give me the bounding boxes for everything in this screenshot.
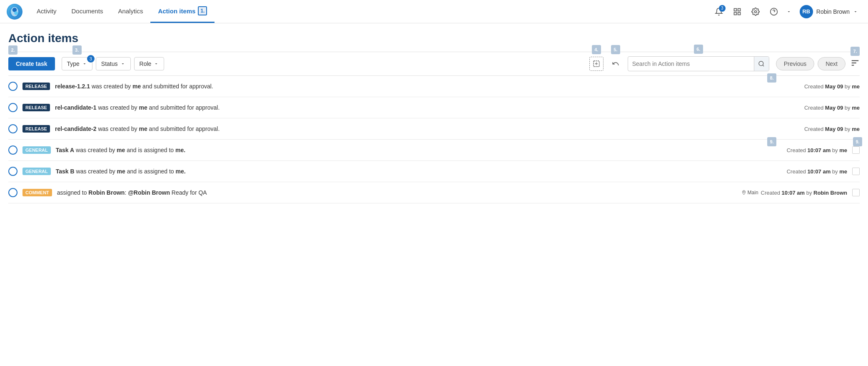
item-text: Task B was created by me and is assigned… <box>56 168 782 175</box>
svg-rect-5 <box>738 8 741 11</box>
annotation-9: 9. <box>767 137 776 146</box>
item-circle[interactable] <box>8 82 17 91</box>
item-circle[interactable] <box>8 103 17 112</box>
table-row: RELEASErel-candidate-2 was created by me… <box>8 118 860 140</box>
annotation-7: 7. <box>851 47 860 56</box>
meta-text: Created 10:07 am by me <box>787 168 847 175</box>
annotation-9: 9. <box>853 137 862 146</box>
item-meta: Created 10:07 am by me <box>787 147 847 153</box>
item-circle[interactable] <box>8 124 17 133</box>
status-filter-button[interactable]: Status <box>96 57 131 70</box>
type-badge: COMMENT <box>22 189 52 196</box>
action-items-badge: 1. <box>198 6 207 15</box>
item-meta: Created May 09 by me <box>804 126 860 132</box>
item-text: release-1.2.1 was created by me and subm… <box>55 83 799 90</box>
svg-point-19 <box>743 191 744 193</box>
type-badge: GENERAL <box>22 146 51 154</box>
item-meta: MainCreated 10:07 am by Robin Brown <box>741 190 847 196</box>
help-icon-button[interactable] <box>766 4 781 19</box>
type-filter-badge: 3 <box>87 55 95 63</box>
item-circle[interactable] <box>8 188 17 197</box>
help-dropdown-button[interactable] <box>785 4 793 19</box>
search-button[interactable] <box>754 57 769 71</box>
annotation-5: 5. <box>611 45 620 54</box>
svg-rect-6 <box>734 12 736 15</box>
annotation-6: 6. <box>694 45 703 54</box>
item-circle[interactable] <box>8 145 17 155</box>
meta-text: Created May 09 by me <box>804 105 860 111</box>
user-menu[interactable]: RB Robin Brown <box>796 3 861 20</box>
tab-action-items[interactable]: Action items 1. <box>150 0 215 23</box>
avatar: RB <box>800 5 813 18</box>
item-checkbox[interactable] <box>852 189 860 196</box>
annotation-2: 2. <box>8 45 17 55</box>
table-row: GENERALTask A was created by me and is a… <box>8 140 860 161</box>
type-badge: RELEASE <box>22 125 50 133</box>
annotation-8: 8. <box>767 73 776 83</box>
item-checkbox[interactable] <box>852 146 860 154</box>
create-task-button[interactable]: Create task <box>8 57 55 70</box>
items-list: RELEASErelease-1.2.1 was created by me a… <box>8 76 860 203</box>
gear-icon-button[interactable] <box>748 4 763 19</box>
meta-text: Created May 09 by me <box>804 83 860 90</box>
page-title: Action items <box>8 32 860 45</box>
chevron-down-icon <box>154 61 159 66</box>
table-row: RELEASErelease-1.2.1 was created by me a… <box>8 76 860 97</box>
notifications-button[interactable]: 3 <box>711 4 726 19</box>
item-circle[interactable] <box>8 167 17 176</box>
item-meta: Created 10:07 am by me <box>787 168 847 175</box>
undo-button[interactable] <box>609 57 623 71</box>
page-body: Action items 2. Create task 3. Type 3 St… <box>0 23 868 203</box>
tab-activity[interactable]: Activity <box>29 0 64 23</box>
toolbar: 2. Create task 3. Type 3 Status Role 4. <box>8 52 860 76</box>
type-badge: RELEASE <box>22 104 50 111</box>
grid-icon-button[interactable] <box>730 4 745 19</box>
add-selection-button[interactable] <box>589 57 604 71</box>
search-input[interactable] <box>628 58 754 70</box>
svg-point-8 <box>754 10 756 13</box>
meta-text: Created May 09 by me <box>804 126 860 132</box>
meta-text: Created 10:07 am by me <box>787 147 847 153</box>
nav-tabs: Activity Documents Analytics Action item… <box>29 0 215 23</box>
chevron-down-icon <box>120 61 125 66</box>
previous-button[interactable]: Previous <box>776 57 814 70</box>
item-text: assigned to Robin Brown: @Robin Brown Re… <box>57 189 736 196</box>
nav-right: 3 RB Robin <box>711 3 861 20</box>
search-wrap <box>628 56 769 71</box>
role-filter-button[interactable]: Role <box>134 57 165 70</box>
type-filter-button[interactable]: Type 3 <box>62 57 92 70</box>
type-badge: GENERAL <box>22 168 51 175</box>
annotation-3: 3. <box>72 45 82 55</box>
item-text: rel-candidate-1 was created by me and su… <box>55 104 799 111</box>
user-name: Robin Brown <box>816 8 850 15</box>
annotation-4: 4. <box>592 45 601 54</box>
chevron-down-icon <box>853 9 858 14</box>
item-meta: Created May 09 by me <box>804 83 860 90</box>
main-tag: Main <box>741 190 758 196</box>
svg-rect-7 <box>738 12 741 15</box>
table-row: RELEASErel-candidate-1 was created by me… <box>8 97 860 118</box>
top-nav: Activity Documents Analytics Action item… <box>0 0 868 23</box>
chevron-down-icon <box>82 61 87 66</box>
svg-rect-4 <box>734 8 736 11</box>
item-checkbox[interactable] <box>852 168 860 175</box>
sort-button[interactable] <box>851 58 860 70</box>
tab-analytics[interactable]: Analytics <box>110 0 150 23</box>
svg-line-15 <box>763 65 764 66</box>
meta-text: Created 10:07 am by Robin Brown <box>761 190 847 196</box>
item-text: Task A was created by me and is assigned… <box>56 147 782 153</box>
table-row: COMMENT assigned to Robin Brown: @Robin … <box>8 182 860 203</box>
item-text: rel-candidate-2 was created by me and su… <box>55 125 799 132</box>
type-badge: RELEASE <box>22 83 50 90</box>
logo[interactable] <box>7 4 22 20</box>
next-button[interactable]: Next <box>818 57 846 70</box>
tab-documents[interactable]: Documents <box>64 0 111 23</box>
table-row: GENERALTask B was created by me and is a… <box>8 161 860 182</box>
svg-point-3 <box>14 11 18 15</box>
svg-point-14 <box>759 61 763 66</box>
item-meta: Created May 09 by me <box>804 105 860 111</box>
notification-count: 3 <box>719 5 726 12</box>
